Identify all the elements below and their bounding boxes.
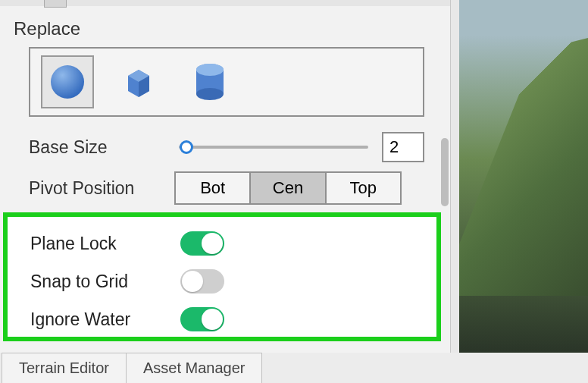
highlighted-options: Plane Lock Snap to Grid Ignore Water — [3, 212, 441, 341]
svg-point-7 — [196, 64, 224, 76]
panel-drag-handle[interactable] — [44, 0, 67, 8]
ignore-water-row: Ignore Water — [30, 300, 420, 338]
cube-icon — [120, 64, 157, 100]
base-size-label: Base Size — [29, 137, 174, 158]
shape-cube[interactable] — [112, 55, 165, 108]
brush-shape-selector — [29, 47, 424, 117]
snap-to-grid-toggle[interactable] — [180, 269, 224, 294]
base-size-slider-wrap — [174, 132, 424, 162]
toggle-knob — [202, 309, 223, 330]
ignore-water-toggle[interactable] — [180, 307, 224, 331]
pivot-cen-button[interactable]: Cen — [251, 173, 326, 203]
cylinder-icon — [193, 62, 227, 102]
pivot-row: Pivot Position Bot Cen Top — [0, 167, 450, 209]
panel-top-strip — [0, 0, 450, 6]
sphere-icon — [49, 64, 86, 100]
toggle-knob — [202, 233, 223, 254]
section-title-replace: Replace — [0, 6, 450, 47]
pivot-top-button[interactable]: Top — [327, 173, 400, 203]
pivot-label: Pivot Position — [29, 178, 174, 199]
snap-to-grid-row: Snap to Grid — [30, 262, 420, 300]
viewport-3d[interactable] — [459, 0, 588, 353]
terrain-hill — [459, 38, 588, 296]
svg-point-6 — [196, 88, 224, 100]
base-size-slider[interactable] — [179, 146, 368, 149]
ignore-water-label: Ignore Water — [30, 309, 180, 330]
plane-lock-label: Plane Lock — [30, 234, 180, 254]
base-size-row: Base Size — [0, 127, 450, 167]
panel-scrollbar[interactable] — [441, 138, 449, 206]
terrain-panel: Replace Base Size — [0, 0, 451, 353]
plane-lock-toggle[interactable] — [180, 231, 224, 256]
toggle-knob — [182, 271, 203, 292]
pivot-bot-button[interactable]: Bot — [176, 173, 251, 203]
snap-to-grid-label: Snap to Grid — [30, 272, 180, 292]
tab-terrain-editor[interactable]: Terrain Editor — [2, 353, 127, 383]
shape-sphere[interactable] — [41, 55, 94, 108]
tab-asset-manager[interactable]: Asset Manager — [127, 353, 263, 383]
pivot-button-group: Bot Cen Top — [174, 171, 402, 205]
base-size-slider-thumb[interactable] — [180, 140, 193, 154]
base-size-input[interactable] — [382, 132, 424, 162]
shape-cylinder[interactable] — [183, 55, 236, 108]
svg-point-0 — [51, 65, 84, 99]
plane-lock-row: Plane Lock — [30, 224, 420, 262]
bottom-tab-bar: Terrain Editor Asset Manager — [0, 353, 588, 383]
